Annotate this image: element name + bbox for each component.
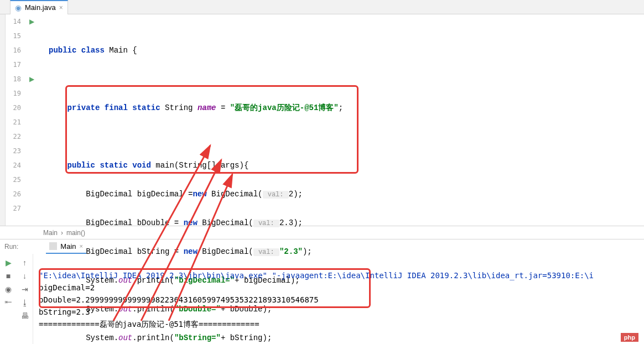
editor-tab-main[interactable]: ◉ Main.java × [10, 0, 68, 14]
line-number: 21 [6, 115, 21, 129]
console-output[interactable]: "E:\idea\IntelliJ IDEA 2019.2.3\jbr\bin\… [33, 254, 644, 344]
run-toolbar-left: ▶ ■ ◉ ⭰ [0, 254, 17, 344]
line-number: 18 [6, 72, 21, 86]
print-icon[interactable]: 🖶 [20, 311, 29, 320]
code-content[interactable]: public class Main { private final static… [38, 14, 644, 226]
line-number: 22 [6, 129, 21, 144]
console-line: "E:\idea\IntelliJ IDEA 2019.2.3\jbr\bin\… [39, 271, 594, 280]
line-number: 26 [6, 187, 21, 201]
run-tool-window: Run: Main × ▶ ■ ◉ ⭰ ↑ ↓ ⇥ ⭳ 🖶 "E:\idea\I… [0, 239, 644, 344]
down-icon[interactable]: ↓ [20, 272, 29, 280]
run-label: Run: [4, 243, 18, 251]
watermark-badge: php [621, 333, 638, 342]
code-editor[interactable]: 14 15 16 17 18 19 20 21 22 23 24 25 26 2… [0, 14, 644, 226]
line-number: 15 [6, 29, 21, 43]
current-line-highlight [38, 115, 644, 129]
rerun-icon[interactable]: ▶ [4, 258, 13, 267]
line-number-gutter: 14 15 16 17 18 19 20 21 22 23 24 25 26 2… [6, 14, 25, 226]
line-number: 14 [6, 14, 21, 29]
gutter-icons: ▶ ▶ [25, 14, 38, 226]
java-file-icon: ◉ [15, 3, 22, 12]
tab-filename: Main.java [25, 3, 56, 12]
line-number: 17 [6, 58, 21, 72]
up-icon[interactable]: ↑ [20, 258, 29, 267]
console-line: bigDecimal=2 [39, 283, 95, 292]
line-number: 24 [6, 158, 21, 173]
run-gutter-icon[interactable]: ▶ [25, 72, 38, 86]
left-strip [0, 14, 6, 226]
line-number: 16 [6, 43, 21, 58]
wrap-icon[interactable]: ⇥ [20, 285, 29, 294]
close-icon[interactable]: × [59, 4, 63, 12]
line-number: 20 [6, 101, 21, 115]
editor-tab-bar: ◉ Main.java × [0, 0, 644, 14]
scroll-icon[interactable]: ⭳ [20, 298, 29, 307]
line-number: 25 [6, 173, 21, 187]
line-number: 19 [6, 86, 21, 101]
run-gutter-icon[interactable]: ▶ [25, 14, 38, 29]
run-toolbar-right: ↑ ↓ ⇥ ⭳ 🖶 [17, 254, 33, 344]
console-line: bDouble=2.299999999999999822364316059974… [39, 295, 319, 304]
camera-icon[interactable]: ◉ [4, 285, 13, 294]
exit-icon[interactable]: ⭰ [4, 298, 13, 307]
stop-icon[interactable]: ■ [4, 272, 13, 280]
console-line: =============磊哥的java历险记-@51博客===========… [39, 320, 259, 329]
line-number: 27 [6, 201, 21, 216]
console-line: bString=2.3 [39, 307, 90, 316]
line-number: 23 [6, 144, 21, 158]
